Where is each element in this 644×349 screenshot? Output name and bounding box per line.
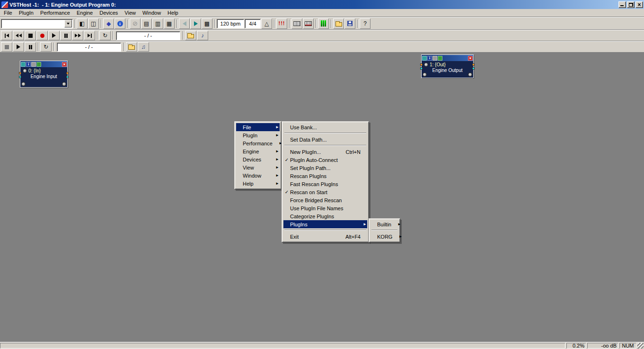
menu-item-rescan-on-start[interactable]: ✓Rescan on Start <box>283 188 367 196</box>
close-icon[interactable]: × <box>468 56 473 61</box>
program-list-button[interactable]: ▩ <box>202 18 212 29</box>
wave-loop-button[interactable]: ↻ <box>40 42 52 52</box>
menu-item-force-bridged-rescan[interactable]: Force Bridged Rescan <box>283 196 367 204</box>
bank-manager-button[interactable]: ▦ <box>164 18 175 29</box>
plugin-box-engine-input[interactable]: i × 0: {In} Engine Input <box>20 61 68 88</box>
menu-item-use-bank[interactable]: Use Bank... <box>283 123 367 131</box>
wave-pause-button[interactable] <box>25 42 36 52</box>
menu-item-set-data-path[interactable]: Set Data Path... <box>283 135 367 143</box>
menu-item-plugins[interactable]: PlugIns► <box>283 220 367 228</box>
connector-pin[interactable] <box>472 67 475 70</box>
midi-pause-button[interactable] <box>60 31 71 40</box>
knob-icon[interactable] <box>423 72 427 77</box>
menubar-item-view[interactable]: View <box>121 9 139 17</box>
plugin-box-engine-output[interactable]: i × 1: {Out} Engine Output <box>421 54 474 78</box>
plugin-info-button[interactable]: i <box>115 18 125 29</box>
connector-pin[interactable] <box>420 63 423 66</box>
midi-play-button[interactable] <box>48 31 60 40</box>
menubar-item-devices[interactable]: Devices <box>96 9 121 17</box>
metronome-button[interactable]: △ <box>261 18 272 29</box>
wave-settings-button[interactable]: ♫ <box>138 42 149 52</box>
midi-loop-button[interactable]: ↻ <box>99 31 111 40</box>
open-wave-file-button[interactable] <box>126 42 137 52</box>
restore-button[interactable] <box>627 1 635 8</box>
connector-pin[interactable] <box>66 72 69 74</box>
midi-keyboard-button[interactable] <box>303 18 314 29</box>
midi-skip-end-button[interactable] <box>84 31 95 40</box>
save-performance-button[interactable] <box>344 18 355 29</box>
wave-icon[interactable] <box>422 56 427 61</box>
menubar-item-file[interactable]: File <box>0 9 16 17</box>
save-bank-button[interactable]: ▥ <box>152 18 163 29</box>
connector-pin[interactable] <box>66 76 69 78</box>
info-icon[interactable]: i <box>26 62 31 67</box>
menu-item-new-plugin[interactable]: New PlugIn...Ctrl+N <box>283 148 367 156</box>
menu-item-performance[interactable]: Performance► <box>236 139 280 147</box>
wave-play-button[interactable] <box>13 42 24 52</box>
menu-item-exit[interactable]: ExitAlt+F4 <box>283 233 367 241</box>
knob-icon[interactable] <box>23 69 27 73</box>
wave-stop-button[interactable] <box>1 42 12 52</box>
midi-rewind-button[interactable] <box>13 31 24 40</box>
edit-icon[interactable] <box>438 56 442 61</box>
menu-item-categorize-plugins[interactable]: Categorize PlugIns <box>283 212 367 220</box>
knob-icon[interactable] <box>21 82 26 86</box>
menubar-item-plugin[interactable]: PlugIn <box>16 9 37 17</box>
connector-pin[interactable] <box>19 72 21 74</box>
prev-program-button[interactable] <box>179 18 190 29</box>
close-icon[interactable]: × <box>62 62 67 67</box>
info-icon[interactable]: i <box>427 56 432 61</box>
time-signature-field[interactable]: 4/4 <box>245 19 261 28</box>
menu-item-rescan-plugins[interactable]: Rescan PlugIns <box>283 172 367 180</box>
menu-item-set-plugin-path[interactable]: Set PlugIn Path... <box>283 164 367 172</box>
menubar-item-help[interactable]: Help <box>164 9 182 17</box>
menu-item-korg[interactable]: KORG► <box>371 233 398 241</box>
knob-icon[interactable] <box>424 63 428 67</box>
menubar-item-window[interactable]: Window <box>139 9 164 17</box>
connector-pin[interactable] <box>472 63 475 66</box>
menu-item-engine[interactable]: Engine► <box>236 147 280 155</box>
bpm-field[interactable]: 120 bpm <box>217 19 244 28</box>
level-meter-button[interactable] <box>318 18 329 29</box>
load-bank-button[interactable]: ▤ <box>141 18 152 29</box>
all-notes-off-button[interactable]: ⊘ <box>130 18 141 29</box>
resize-grip[interactable] <box>637 343 644 349</box>
menu-item-plugin[interactable]: PlugIn► <box>236 131 280 139</box>
edit-icon[interactable] <box>36 62 41 67</box>
menu-item-use-plugin-file-names[interactable]: Use PlugIn File Names <box>283 204 367 212</box>
open-performance-button[interactable] <box>333 18 344 29</box>
combobox-dropdown-button[interactable] <box>64 20 72 27</box>
minimize-button[interactable] <box>618 1 626 8</box>
midi-skip-start-button[interactable] <box>1 31 12 40</box>
open-midi-file-button[interactable] <box>185 31 196 40</box>
next-program-button[interactable] <box>190 18 201 29</box>
knob-icon[interactable] <box>62 82 66 86</box>
help-button[interactable]: ? <box>360 18 371 29</box>
menu-item-plugin-auto-connect[interactable]: ✓PlugIn Auto-Connect <box>283 156 367 164</box>
close-button[interactable]: × <box>635 1 643 8</box>
menu-item-help[interactable]: Help► <box>236 179 280 188</box>
wave-icon[interactable] <box>21 62 26 67</box>
knob-icon[interactable] <box>468 72 472 77</box>
menubar-item-engine[interactable]: Engine <box>73 9 96 17</box>
bypass-icon[interactable] <box>432 56 437 61</box>
new-plugin-button[interactable]: ◧ <box>77 18 88 29</box>
program-combobox[interactable] <box>1 19 73 28</box>
menu-item-window[interactable]: Window► <box>236 171 280 179</box>
midi-monitor-button[interactable] <box>291 18 302 29</box>
menu-item-view[interactable]: View► <box>236 163 280 171</box>
panic-button[interactable]: !!! <box>276 18 287 29</box>
midi-record-button[interactable] <box>36 31 48 40</box>
edit-plugin-button[interactable]: ◆ <box>103 18 114 29</box>
midi-settings-button[interactable]: ♪ <box>197 31 208 40</box>
menu-item-file[interactable]: File► <box>236 123 280 131</box>
plugin-chain-button[interactable]: ◫ <box>88 18 99 29</box>
menu-item-fast-rescan-plugins[interactable]: Fast Rescan PlugIns <box>283 180 367 188</box>
connector-pin[interactable] <box>19 76 21 78</box>
menubar-item-performance[interactable]: Performance <box>37 9 73 17</box>
bypass-icon[interactable] <box>31 62 36 67</box>
menu-item-devices[interactable]: Devices► <box>236 155 280 163</box>
midi-forward-button[interactable] <box>72 31 83 40</box>
connector-pin[interactable] <box>420 67 423 70</box>
menu-item-builtin[interactable]: Builtin► <box>371 220 398 228</box>
